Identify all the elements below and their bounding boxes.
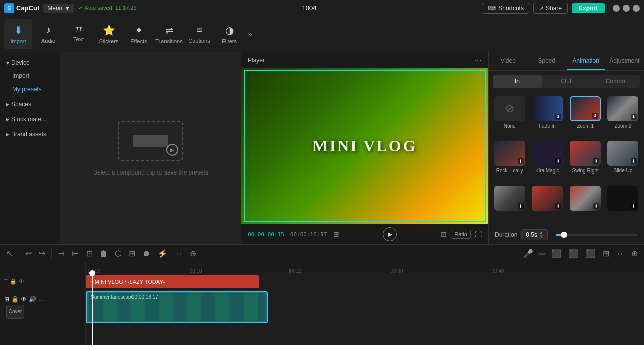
tl-split2-button[interactable]: ⊢ xyxy=(70,248,81,260)
menu-button[interactable]: Menu ▼ xyxy=(43,4,74,13)
sidebar-section-stock-header[interactable]: ▸ Stock mate... xyxy=(2,113,58,126)
tl-redo-button[interactable]: ↪ xyxy=(37,248,47,260)
tl-undo-button[interactable]: ↩ xyxy=(23,248,34,260)
effect-slide[interactable]: ⬇ Slide Up xyxy=(606,141,640,182)
tool-transitions[interactable]: ⇌ Transitions xyxy=(155,19,183,49)
window-close-button[interactable] xyxy=(633,5,640,12)
timeline-ruler: 00:00 |00:10 |00:20 |00:30 |00:40 xyxy=(86,263,644,273)
effect-row3b[interactable]: ⬇ xyxy=(530,186,564,221)
grid-icon[interactable]: ⊞ xyxy=(333,230,339,238)
duration-spinner[interactable]: ▲ ▼ xyxy=(539,231,543,239)
tl-fit-button[interactable]: ↔ xyxy=(173,248,185,260)
effect-fade-in[interactable]: ⬇ Fade In xyxy=(530,96,564,137)
effect-zoom1[interactable]: ⬇ Zoom 1 xyxy=(569,96,602,137)
tool-stickers[interactable]: ⭐ Stickers xyxy=(95,19,123,49)
effect-row3c[interactable]: ⬇ xyxy=(569,186,602,221)
tl-add-button[interactable]: ⊕ xyxy=(188,248,198,260)
tl-r1[interactable]: ⬛ xyxy=(549,248,564,260)
player-menu-icon[interactable]: ⋯ xyxy=(474,55,482,65)
tl-r3[interactable]: ⬛ xyxy=(584,248,598,260)
video-track-lock-icon[interactable]: 🔒 xyxy=(11,296,19,303)
tool-import[interactable]: ⬇ Import xyxy=(4,19,32,49)
tl-r2[interactable]: ⬛ xyxy=(567,248,581,260)
tl-record-button[interactable]: ⏺ xyxy=(140,248,152,260)
tl-delete-button[interactable]: 🗑 xyxy=(98,248,110,260)
effect-kira[interactable]: ⬇ Kira Magic xyxy=(530,141,564,182)
sub-tab-out[interactable]: Out xyxy=(542,75,591,88)
tool-effects[interactable]: ✦ Effects xyxy=(125,19,153,49)
app-logo: C CapCut xyxy=(4,3,39,13)
sidebar: ▾ Device Import My presets ▸ Spaces ▸ xyxy=(0,52,60,244)
video-clip[interactable]: Summer landscape 00:00:16:17 xyxy=(86,291,268,323)
effect-row3a[interactable]: ⬇ xyxy=(493,186,526,221)
tl-r5[interactable]: ↔ xyxy=(614,248,626,260)
text-track-lock-icon[interactable]: 🔒 xyxy=(10,278,17,285)
tl-text-track-label: T 🔒 👁 xyxy=(0,273,85,290)
main-area: ▾ Device Import My presets ▸ Spaces ▸ xyxy=(0,52,644,244)
tl-video-track-label: ⊞ 🔒 👁 🔊 … Cover xyxy=(0,290,85,324)
ratio-button[interactable]: Ratio xyxy=(451,230,471,239)
effect-row3d[interactable]: ⬇ xyxy=(606,186,640,221)
fullscreen-button[interactable]: ⛶ xyxy=(475,230,482,238)
video-clip-duration: 00:00:16:17 xyxy=(132,294,158,300)
effect-slide-label: Slide Up xyxy=(613,168,632,174)
window-maximize-button[interactable] xyxy=(623,5,630,12)
tl-freeze-button[interactable]: ⬡ xyxy=(113,248,124,260)
video-track-more-icon[interactable]: … xyxy=(38,296,44,303)
share-button[interactable]: ↗ Share xyxy=(533,3,568,14)
duration-row: Duration 0.5s ▲ ▼ xyxy=(489,225,644,244)
tab-video[interactable]: Video xyxy=(489,52,527,70)
tl-r6[interactable]: ⊕ xyxy=(629,248,640,260)
video-track-visibility-icon[interactable]: 👁 xyxy=(21,296,27,303)
text-track-visibility-icon[interactable]: 👁 xyxy=(19,278,24,285)
sidebar-section-spaces-header[interactable]: ▸ Spaces xyxy=(2,98,58,111)
tab-speed-label: Speed xyxy=(538,57,556,64)
tab-speed[interactable]: Speed xyxy=(527,52,566,70)
tool-captions[interactable]: ≡ Captions xyxy=(185,19,213,49)
sub-tab-in[interactable]: In xyxy=(493,75,542,88)
sidebar-section-brand-header[interactable]: ▸ Brand assets xyxy=(2,128,58,141)
tool-audio[interactable]: ♪ Audio xyxy=(34,19,62,49)
video-track-audio-icon[interactable]: 🔊 xyxy=(29,296,36,303)
effect-none[interactable]: ⊘ None xyxy=(493,96,526,137)
tool-text[interactable]: TI Text xyxy=(64,19,93,49)
tl-split-button[interactable]: ⊣ xyxy=(56,248,67,260)
effect-none-thumb: ⊘ xyxy=(494,96,525,121)
tl-split3-button[interactable]: ⊞ xyxy=(127,248,137,260)
filters-icon: ◑ xyxy=(225,24,234,36)
player-crop-button[interactable]: ⊡ xyxy=(441,230,447,238)
duration-decrement-button[interactable]: ▼ xyxy=(539,235,543,239)
duration-slider-thumb[interactable] xyxy=(561,232,567,238)
top-bar: C CapCut Menu ▼ ✓ Auto saved: 11:17:29 1… xyxy=(0,0,644,16)
ruler-spacer xyxy=(0,263,85,273)
tab-animation[interactable]: Animation xyxy=(567,52,605,70)
transitions-icon: ⇌ xyxy=(165,24,174,36)
tl-select-tool[interactable]: ↖ xyxy=(4,248,15,260)
tab-adjustment[interactable]: Adjustment xyxy=(605,52,644,70)
tl-right-controls: 🎤 ⬛ ⬛ ⬛ ⊞ ↔ ⊕ xyxy=(521,248,640,260)
toolbar-more-icon[interactable]: » xyxy=(246,30,254,39)
sidebar-item-import[interactable]: Import xyxy=(2,69,58,82)
tl-mic-button[interactable]: 🎤 xyxy=(521,248,535,260)
export-button[interactable]: Export xyxy=(572,3,605,13)
text-clip[interactable]: ≡ MINI VLOG / -LAZY TODAY- xyxy=(86,275,259,288)
right-panel-tabs: Video Speed Animation Adjustment xyxy=(489,52,644,71)
effect-swing[interactable]: ⬇ Swing Right xyxy=(569,141,602,182)
shortcuts-button[interactable]: ⌨ Shortcuts xyxy=(482,3,529,14)
tl-crop-button[interactable]: ⊡ xyxy=(84,248,95,260)
effect-rock-label: Rock ...cally xyxy=(496,168,523,174)
effect-zoom2[interactable]: ⬇ Zoom 2 xyxy=(606,96,640,137)
effect-rock[interactable]: ⬇ Rock ...cally xyxy=(493,141,526,182)
window-minimize-button[interactable] xyxy=(613,5,620,12)
text-track-row: ≡ MINI VLOG / -LAZY TODAY- xyxy=(86,273,644,290)
cover-button[interactable]: Cover xyxy=(6,305,24,319)
sidebar-item-my-presets[interactable]: My presets xyxy=(2,82,58,96)
play-button[interactable]: ▶ xyxy=(383,227,397,241)
sidebar-section-device-header[interactable]: ▾ Device xyxy=(2,56,58,69)
effect-fade-in-thumb: ⬇ xyxy=(532,96,563,121)
sub-tab-combo[interactable]: Combo xyxy=(591,75,640,88)
tl-r4[interactable]: ⊞ xyxy=(601,248,611,260)
tool-filters[interactable]: ◑ Filters xyxy=(215,19,244,49)
tl-auto-button[interactable]: ⚡ xyxy=(155,248,170,260)
video-title-text: MINI VLOG xyxy=(313,137,417,155)
